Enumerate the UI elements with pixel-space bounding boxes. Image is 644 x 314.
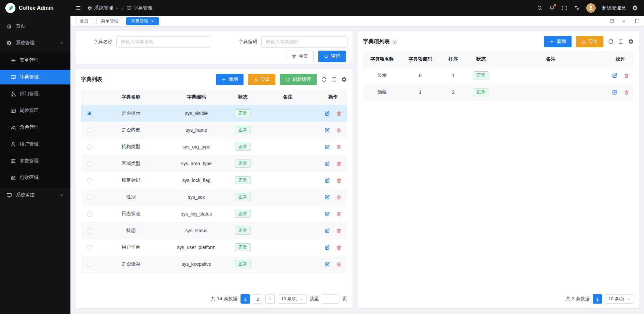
edit-icon[interactable] bbox=[324, 161, 330, 167]
table-row[interactable]: 显示 0 1 正常 bbox=[363, 67, 634, 84]
export-dict-item-button[interactable]: 导出 bbox=[576, 36, 603, 47]
table-row[interactable]: 是否内嵌 sys_frame 正常 bbox=[81, 122, 347, 138]
table-row[interactable]: 机构类型 sys_org_type 正常 bbox=[81, 138, 347, 155]
row-radio[interactable] bbox=[87, 262, 92, 267]
app-logo[interactable]: Coffee Admin bbox=[0, 0, 70, 16]
page-size-select[interactable]: 10 条/页 bbox=[278, 294, 307, 304]
edit-icon[interactable] bbox=[612, 89, 618, 95]
row-radio[interactable] bbox=[87, 211, 92, 217]
jump-page-input[interactable] bbox=[322, 294, 339, 304]
sidebar-item-system[interactable]: 系统管理 bbox=[0, 36, 70, 50]
edit-icon[interactable] bbox=[324, 245, 330, 250]
delete-icon[interactable] bbox=[336, 161, 342, 167]
delete-icon[interactable] bbox=[336, 127, 342, 133]
page-size-select[interactable]: 10 条/页 bbox=[605, 294, 634, 304]
next-page-button[interactable] bbox=[265, 294, 275, 304]
reset-button[interactable]: 重置 bbox=[286, 51, 314, 62]
edit-icon[interactable] bbox=[324, 194, 330, 200]
delete-icon[interactable] bbox=[624, 89, 629, 95]
tab-menu-mgmt[interactable]: 菜单管理 bbox=[96, 17, 123, 25]
sidebar-item-param-mgmt[interactable]: 参数管理 bbox=[0, 153, 70, 168]
info-icon[interactable] bbox=[392, 39, 397, 44]
row-radio[interactable] bbox=[87, 195, 92, 200]
delete-icon[interactable] bbox=[336, 261, 342, 267]
refresh-table-icon[interactable] bbox=[321, 76, 327, 82]
dict-code-input[interactable] bbox=[261, 36, 347, 48]
delete-icon[interactable] bbox=[336, 228, 342, 234]
edit-icon[interactable] bbox=[324, 178, 330, 183]
edit-icon[interactable] bbox=[324, 144, 330, 150]
close-icon[interactable] bbox=[151, 19, 154, 23]
refresh-cache-button[interactable]: 刷新缓存 bbox=[280, 74, 317, 85]
table-row[interactable]: 是否显示 sys_visible 正常 bbox=[81, 105, 347, 122]
sidebar-item-dict-mgmt[interactable]: 字典管理 bbox=[0, 70, 70, 84]
username[interactable]: 超级管理员 bbox=[602, 5, 626, 11]
settings-gear-icon[interactable] bbox=[632, 5, 638, 11]
edit-icon[interactable] bbox=[324, 211, 330, 217]
row-radio[interactable] bbox=[87, 228, 92, 234]
table-row[interactable]: 区域类型 sys_area_type 正常 bbox=[81, 155, 347, 172]
sidebar-item-user-mgmt[interactable]: 用户管理 bbox=[0, 137, 70, 151]
search-icon[interactable] bbox=[537, 5, 543, 11]
app-layout: Coffee Admin 首页 系统管理 菜单管理 字典管理 bbox=[0, 0, 644, 314]
row-radio[interactable] bbox=[87, 178, 92, 183]
page-button-1[interactable]: 1 bbox=[240, 294, 250, 304]
sidebar-item-dept-mgmt[interactable]: 部门管理 bbox=[0, 86, 70, 101]
sidebar-item-role-mgmt[interactable]: 角色管理 bbox=[0, 120, 70, 135]
delete-icon[interactable] bbox=[336, 211, 342, 217]
edit-icon[interactable] bbox=[324, 111, 330, 116]
avatar[interactable] bbox=[586, 3, 596, 13]
row-radio[interactable] bbox=[87, 161, 92, 167]
add-dict-item-button[interactable]: 新增 bbox=[544, 36, 572, 47]
refresh-icon[interactable] bbox=[609, 18, 614, 24]
page-button-2[interactable]: 2 bbox=[253, 294, 262, 304]
breadcrumb-item-system[interactable]: 系统管理 bbox=[87, 5, 119, 11]
edit-icon[interactable] bbox=[324, 228, 330, 234]
dict-name-input[interactable] bbox=[116, 36, 211, 48]
edit-icon[interactable] bbox=[612, 73, 618, 78]
delete-icon[interactable] bbox=[336, 178, 342, 183]
add-dict-button[interactable]: 新增 bbox=[216, 74, 244, 85]
delete-icon[interactable] bbox=[336, 245, 342, 250]
fullscreen-icon[interactable] bbox=[561, 5, 568, 11]
page-button-1[interactable]: 1 bbox=[593, 294, 602, 304]
tab-dict-mgmt[interactable]: 字典管理 bbox=[126, 17, 159, 25]
edit-icon[interactable] bbox=[324, 127, 330, 133]
tab-home[interactable]: 首页 bbox=[75, 17, 93, 25]
collapse-sidebar-icon[interactable] bbox=[75, 5, 81, 11]
table-row[interactable]: 用户平台 sys_user_platform 正常 bbox=[81, 239, 347, 256]
maximize-content-button[interactable] bbox=[630, 16, 644, 26]
query-button[interactable]: 查询 bbox=[318, 51, 346, 62]
table-row[interactable]: 性别 sys_sex 正常 bbox=[81, 189, 347, 205]
refresh-table-icon[interactable] bbox=[608, 39, 614, 45]
notification-bell[interactable] bbox=[549, 5, 555, 11]
export-dict-button[interactable]: 导出 bbox=[248, 74, 275, 85]
row-radio[interactable] bbox=[87, 144, 92, 150]
table-settings-gear-icon[interactable] bbox=[628, 39, 634, 45]
column-height-icon[interactable] bbox=[331, 77, 337, 82]
sidebar-item-region-mgmt[interactable]: 行政区域 bbox=[0, 170, 70, 185]
table-row[interactable]: 是否缓存 sys_keepalive 正常 bbox=[81, 256, 347, 272]
breadcrumb-item-dict[interactable]: 字典管理 bbox=[126, 5, 152, 11]
delete-icon[interactable] bbox=[336, 144, 342, 150]
table-row[interactable]: 状态 sys_status 正常 bbox=[81, 222, 347, 239]
row-radio[interactable] bbox=[87, 245, 92, 250]
translate-icon[interactable] bbox=[574, 5, 580, 11]
row-radio[interactable] bbox=[87, 128, 92, 133]
delete-icon[interactable] bbox=[336, 111, 342, 116]
table-row[interactable]: 日志状态 sys_log_status 正常 bbox=[81, 205, 347, 222]
column-height-icon[interactable] bbox=[618, 39, 624, 44]
table-row[interactable]: 锁定标记 sys_lock_flag 正常 bbox=[81, 172, 347, 189]
sidebar-item-home[interactable]: 首页 bbox=[0, 19, 70, 34]
delete-icon[interactable] bbox=[336, 194, 342, 200]
sliders-icon bbox=[10, 158, 16, 164]
row-radio[interactable] bbox=[87, 111, 92, 116]
sidebar-item-menu-mgmt[interactable]: 菜单管理 bbox=[0, 53, 70, 68]
chevron-down-icon[interactable] bbox=[621, 18, 627, 24]
edit-icon[interactable] bbox=[324, 261, 330, 267]
delete-icon[interactable] bbox=[624, 73, 629, 78]
table-row[interactable]: 隐藏 1 2 正常 bbox=[363, 84, 634, 101]
sidebar-item-monitor[interactable]: 系统监控 bbox=[0, 188, 70, 202]
sidebar-item-post-mgmt[interactable]: 岗位管理 bbox=[0, 103, 70, 118]
table-settings-gear-icon[interactable] bbox=[341, 76, 347, 82]
